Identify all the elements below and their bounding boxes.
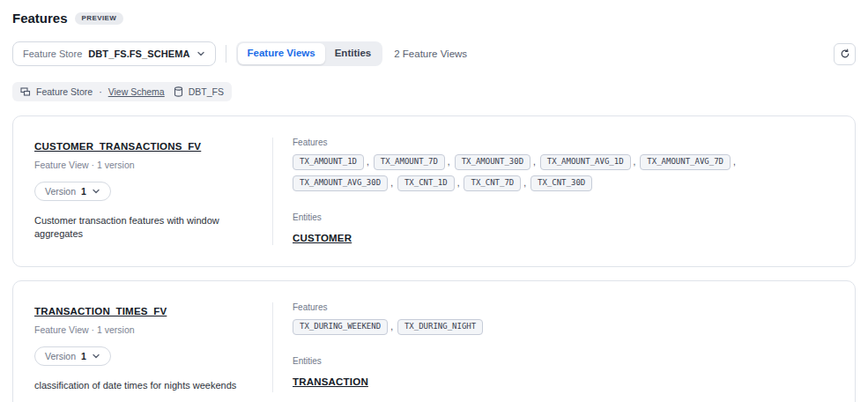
features-section-label: Features [293,138,834,147]
feature-view-card: CUSTOMER_TRANSACTIONS_FV Feature View · … [12,115,856,267]
feature-store-icon [20,86,31,97]
entity-link[interactable]: CUSTOMER [293,233,352,243]
toolbar: Feature Store DBT_FS.FS_SCHEMA Feature V… [12,41,856,66]
card-details: Features TX_DURING_WEEKEND,TX_DURING_NIG… [273,302,834,392]
feature-store-select[interactable]: Feature Store DBT_FS.FS_SCHEMA [12,41,216,66]
chip-separator: , [448,157,450,167]
chip-separator: , [634,157,636,167]
chip-separator: , [390,178,393,188]
view-schema-link[interactable]: View Schema [108,86,165,97]
feature-chip: TX_CNT_30D [530,175,592,191]
version-select-label: Version [45,186,76,197]
entities-section-label: Entities [293,356,834,366]
tab-entities[interactable]: Entities [325,43,382,64]
version-select[interactable]: Version 1 [34,346,111,366]
refresh-button[interactable] [834,43,856,65]
feature-chip: TX_AMOUNT_AVG_7D [640,154,731,170]
feature-chip: TX_AMOUNT_30D [455,154,530,170]
feature-chip: TX_DURING_WEEKEND [293,319,388,335]
feature-view-description: classification of date times for nights … [34,379,253,392]
entity-link-list: CUSTOMER [293,229,834,245]
view-tabs: Feature Views Entities [236,41,383,66]
chip-separator: , [390,322,393,331]
feature-view-title-link[interactable]: TRANSACTION_TIMES_FV [34,306,167,316]
tab-feature-views[interactable]: Feature Views [238,43,325,64]
card-details: Features TX_AMOUNT_1D,TX_AMOUNT_7D,TX_AM… [273,138,834,245]
feature-view-subtitle: Feature View · 1 version [34,160,253,170]
feature-chip: TX_CNT_1D [397,175,455,191]
feature-chip: TX_DURING_NIGHT [397,319,483,335]
refresh-icon [840,48,850,59]
version-select[interactable]: Version 1 [34,182,111,201]
chevron-down-icon [197,49,205,58]
entities-section: Entities CUSTOMER [293,212,834,245]
version-select-value: 1 [81,186,86,197]
features-page: Features PREVIEW Feature Store DBT_FS.FS… [0,0,868,402]
toolbar-divider [226,45,226,63]
chip-separator: , [733,157,736,167]
feature-view-list: CUSTOMER_TRANSACTIONS_FV Feature View · … [12,115,856,402]
database-icon [174,86,183,97]
feature-chip: TX_CNT_7D [464,175,521,191]
chip-separator: , [457,178,460,188]
entity-link[interactable]: TRANSACTION [293,376,368,387]
feature-chip-list: TX_AMOUNT_1D,TX_AMOUNT_7D,TX_AMOUNT_30D,… [293,154,834,191]
chip-separator: , [533,157,536,167]
chip-separator: , [523,178,526,188]
feature-view-title-link[interactable]: CUSTOMER_TRANSACTIONS_FV [34,141,201,152]
features-section-label: Features [293,302,834,312]
chevron-down-icon [92,352,100,361]
feature-views-count: 2 Feature Views [394,48,467,59]
breadcrumb-database: DBT_FS [189,86,224,97]
feature-chip-list: TX_DURING_WEEKEND,TX_DURING_NIGHT [293,319,834,335]
feature-chip: TX_AMOUNT_7D [374,154,445,170]
card-summary: TRANSACTION_TIMES_FV Feature View · 1 ve… [34,302,272,392]
chip-separator: , [367,157,369,167]
chevron-down-icon [92,187,100,196]
card-summary: CUSTOMER_TRANSACTIONS_FV Feature View · … [34,138,272,245]
version-select-label: Version [45,351,76,361]
breadcrumb-separator: · [99,86,102,97]
breadcrumb: Feature Store · View Schema DBT_FS [12,82,232,101]
page-header: Features PREVIEW [12,11,856,26]
feature-store-select-label: Feature Store [23,48,82,59]
feature-chip: TX_AMOUNT_1D [293,154,364,170]
feature-view-description: Customer transaction features with windo… [34,214,253,241]
feature-chip: TX_AMOUNT_AVG_30D [293,175,388,191]
entities-section-label: Entities [293,212,834,222]
feature-store-select-value: DBT_FS.FS_SCHEMA [88,48,189,59]
breadcrumb-prefix: Feature Store [36,86,93,97]
version-select-value: 1 [81,351,86,361]
preview-badge: PREVIEW [75,12,124,25]
entity-link-list: TRANSACTION [293,373,834,389]
feature-chip: TX_AMOUNT_AVG_1D [540,154,631,170]
entities-section: Entities TRANSACTION [293,356,834,389]
feature-view-card: TRANSACTION_TIMES_FV Feature View · 1 ve… [12,280,856,402]
page-title: Features [12,11,68,26]
feature-view-subtitle: Feature View · 1 version [34,324,253,335]
